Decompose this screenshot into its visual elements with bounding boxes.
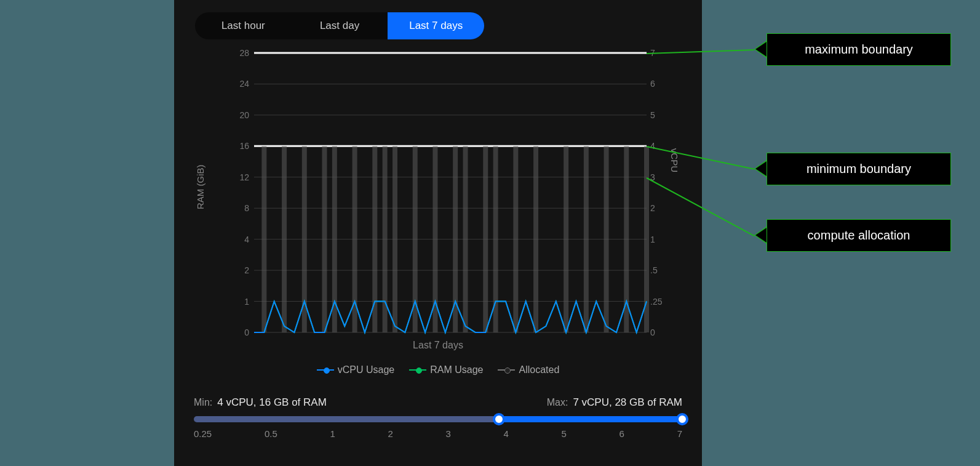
y-tick-right: 1 — [650, 235, 669, 244]
svg-rect-24 — [463, 146, 468, 332]
y-tick-left: 28 — [231, 48, 249, 58]
tab-last-day[interactable]: Last day — [292, 12, 388, 39]
min-value: 4 vCPU, 16 GB of RAM — [217, 396, 327, 408]
x-axis-label: Last 7 days — [199, 340, 677, 351]
line-icon — [409, 369, 426, 371]
svg-rect-26 — [493, 146, 498, 332]
callout-compute-allocation: compute allocation — [767, 219, 951, 252]
y-tick-right: 6 — [650, 79, 669, 89]
line-icon — [498, 369, 515, 371]
slider-tick: 1 — [330, 428, 335, 439]
slider-tick: 0.25 — [194, 428, 212, 439]
slider-ticks: 0.250.51234567 — [194, 428, 682, 439]
tab-last-hour[interactable]: Last hour — [195, 12, 292, 39]
callout-min-boundary: minimum boundary — [767, 153, 951, 185]
svg-rect-29 — [564, 146, 568, 332]
y-tick-right: 5 — [650, 110, 669, 120]
y-tick-left: 16 — [231, 141, 249, 151]
svg-rect-27 — [513, 146, 518, 332]
compute-slider: 0.250.51234567 — [194, 416, 682, 439]
slider-tick: 3 — [446, 428, 451, 439]
svg-rect-25 — [483, 146, 488, 332]
callout-tail-icon — [755, 42, 767, 57]
max-limit: Max:7 vCPU, 28 GB of RAM — [547, 396, 682, 409]
slider-tick: 5 — [562, 428, 567, 439]
slider-tick: 4 — [504, 428, 509, 439]
y-tick-left: 0 — [231, 327, 249, 337]
svg-rect-21 — [413, 146, 418, 332]
y-tick-left: 8 — [231, 203, 249, 213]
y-tick-left: 1 — [231, 297, 249, 307]
slider-thumb-max[interactable] — [676, 413, 688, 425]
slider-fill — [499, 416, 682, 422]
min-limit: Min:4 vCPU, 16 GB of RAM — [194, 396, 327, 409]
usage-chart: RAM (GiB) vCPU 012481216202428 0.25.5123… — [199, 49, 677, 369]
slider-tick: 7 — [677, 428, 682, 439]
callout-text: minimum boundary — [807, 162, 911, 175]
y-tick-right: 0 — [650, 327, 669, 337]
min-label: Min: — [194, 397, 212, 408]
y-tick-left: 4 — [231, 235, 249, 244]
y-tick-right: .25 — [650, 297, 669, 307]
tab-last-7-days[interactable]: Last 7 days — [388, 12, 484, 39]
svg-rect-30 — [584, 146, 589, 332]
max-label: Max: — [547, 397, 568, 408]
svg-rect-13 — [282, 146, 287, 332]
callout-tail-icon — [755, 161, 767, 176]
y-tick-left: 12 — [231, 172, 249, 182]
slider-track[interactable] — [194, 416, 682, 422]
svg-rect-14 — [302, 146, 307, 332]
callout-text: compute allocation — [808, 228, 910, 242]
slider-thumb-min[interactable] — [493, 413, 505, 425]
chart-svg — [199, 49, 677, 357]
callout-tail-icon — [755, 228, 767, 243]
y-tick-left: 20 — [231, 110, 249, 120]
svg-rect-15 — [322, 146, 327, 332]
callout-max-boundary: maximum boundary — [767, 33, 951, 66]
time-range-tabs: Last hour Last day Last 7 days — [195, 12, 484, 39]
slider-tick: 0.5 — [265, 428, 277, 439]
svg-rect-22 — [432, 146, 437, 332]
line-icon — [317, 369, 334, 371]
slider-tick: 6 — [619, 428, 624, 439]
metrics-panel: Last hour Last day Last 7 days RAM (GiB)… — [174, 0, 702, 466]
callout-text: maximum boundary — [805, 42, 913, 56]
svg-rect-31 — [604, 146, 609, 332]
y-tick-right: 2 — [650, 203, 669, 213]
svg-rect-32 — [624, 146, 629, 332]
svg-rect-12 — [261, 146, 266, 332]
svg-rect-28 — [533, 146, 538, 332]
y-tick-left: 24 — [231, 79, 249, 89]
svg-rect-20 — [392, 146, 397, 332]
compute-limits: Min:4 vCPU, 16 GB of RAM Max:7 vCPU, 28 … — [194, 396, 682, 409]
max-value: 7 vCPU, 28 GB of RAM — [573, 396, 682, 408]
svg-rect-33 — [644, 146, 649, 332]
y-tick-right: .5 — [650, 265, 669, 275]
slider-tick: 2 — [388, 428, 392, 439]
y-tick-left: 2 — [231, 265, 249, 275]
svg-rect-18 — [372, 146, 377, 332]
